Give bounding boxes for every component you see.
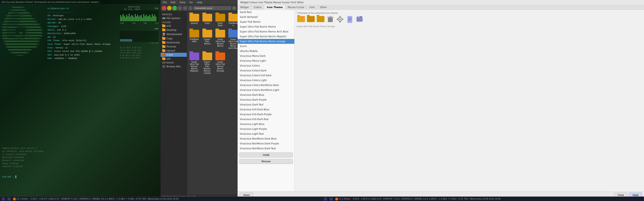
taskbar-divider: [352, 198, 352, 201]
main-area: [oh-my-zsh] Random theme '/home/erik/.oh…: [0, 0, 644, 197]
taskbar-desktop-btn2-right[interactable]: 2: [329, 197, 334, 201]
fm-item-sufnr-archblue-label: Super Ultra Flat Numix Remix Arch Blue: [228, 38, 238, 49]
theme-item-vivaciousLightBlue[interactable]: Vivacious-Light-Blue: [238, 122, 294, 127]
fm-item-sufnr[interactable]: Super Ultra Flat Numix Remix: [214, 29, 226, 50]
theme-item-vivaciousMonoLight[interactable]: Vivacious-Mono-Light: [238, 58, 294, 63]
terminal-content[interactable]: -/oosssoss+- -+sssssssssso/.` .oys++++++…: [0, 4, 160, 197]
theme-item-vivaciousDarkTeal[interactable]: Vivacious-Dark-Teal: [238, 102, 294, 107]
close-button[interactable]: Close: [614, 193, 627, 197]
fm-maximize-btn[interactable]: [172, 6, 177, 10]
fm-menu-help[interactable]: Help: [196, 0, 203, 4]
sidebar-item-filesystem[interactable]: File System: [160, 16, 187, 20]
theme-item-vivaciousMonoDark[interactable]: Vivacious-Mono-Dark: [238, 53, 294, 58]
theme-item-vivaciousColorsFullDark[interactable]: Vivacious-Colors-Full-Dark: [238, 73, 294, 78]
folder-blue-large-icon: [228, 30, 238, 37]
sidebar-item-downloads-label: Downloads: [166, 41, 180, 44]
fm-item-default[interactable]: default: [188, 13, 200, 27]
remove-button[interactable]: Remove: [239, 159, 293, 164]
taskbar-desktop-btn1-right[interactable]: 1: [323, 197, 328, 201]
sidebar-item-ssh[interactable]: ssh: [160, 57, 187, 61]
theme-item-vivaciousFullDarkTeal[interactable]: Vivacious-Full-Dark-Teal: [238, 117, 294, 122]
fm-item-flatwokenmin[interactable]: FlatWokenMin: [188, 29, 200, 50]
theme-item-vivaciousLightTeal[interactable]: Vivacious-Light-Teal: [238, 131, 294, 136]
fm-minimize-btn[interactable]: [167, 6, 172, 10]
terminal-prompt-line[interactable]: {18:28} → ▋: [2, 175, 118, 179]
svg-point-13: [339, 18, 341, 20]
sidebar-item-pictures[interactable]: Pictures: [160, 45, 187, 49]
fm-menu-file[interactable]: File: [162, 0, 168, 4]
about-button[interactable]: About: [240, 193, 253, 197]
fm-forward-btn[interactable]: ›: [183, 6, 188, 10]
fm-menu-go[interactable]: Go: [188, 0, 194, 4]
theme-item-vivaciousColorsLight[interactable]: Vivacious-Colors-Light: [238, 78, 294, 83]
theme-item-sardiVertexed[interactable]: Sardi Vertexed: [238, 14, 294, 19]
theme-item-ubuntuMobile[interactable]: Ubuntu-Mobile: [238, 49, 294, 53]
fm-address-bar[interactable]: [194, 6, 231, 10]
fm-item-flatwoken[interactable]: FlatWoken: [228, 13, 238, 27]
fm-item-sufnr-archblue[interactable]: Super Ultra Flat Numix Remix Arch Blue: [228, 29, 238, 50]
sidebar-item-browsenet[interactable]: Browse Net...: [160, 64, 187, 69]
theme-item-suFlatNumixOrange[interactable]: Super Ultra Flat Numix Remix orange: [238, 39, 294, 44]
taskbar-desktop-btn1[interactable]: 1: [1, 197, 6, 201]
startup-left: STARTUP 7.112s: [61, 198, 77, 200]
it-tab-colour[interactable]: Colour: [251, 5, 264, 9]
sysinfo-wm: i3: [53, 36, 56, 38]
theme-item-vivaciousColorsNonMonoLight[interactable]: Vivacious-Colors-NonMono-Light: [238, 88, 294, 92]
sidebar-item-icons[interactable]: Icons: [160, 53, 187, 57]
theme-item-vivaciousFullDarkBlue[interactable]: Vivacious-Full-Dark-Blue: [238, 107, 294, 112]
fm-item-sufnr-majestic[interactable]: Super Ultra Flat Numix Remix Majestic: [188, 52, 200, 75]
fm-item-sufnr-master[interactable]: Super-Ultra-Flat-Numix-Remix-master: [202, 52, 213, 75]
sidebar-item-copy-label: Copy: [166, 37, 172, 40]
document-preview-icon: [345, 16, 354, 23]
theme-item-vivaciousLightPurple[interactable]: Vivacious-Light-Purple: [238, 127, 294, 131]
theme-item-vivaciousDarkPurple[interactable]: Vivacious-Dark-Purple: [238, 97, 294, 102]
sidebar-item-downloads[interactable]: Downloads: [160, 40, 187, 45]
fm-item-flattr-dark[interactable]: Flattr Dark: [214, 13, 226, 27]
fm-back-btn[interactable]: ‹: [178, 6, 182, 10]
taskbar-firefox-right[interactable]: 21.1 firefox: [334, 197, 351, 201]
theme-item-vivaciousColorsNonMonoDark[interactable]: Vivacious-Colors-NonMono-Dark: [238, 83, 294, 88]
theme-item-vivaciousNonMonoDarkBlue[interactable]: Vivacious-NonMono-Dark-Blue: [238, 136, 294, 141]
fm-devices-label: DEVICES: [160, 12, 187, 16]
it-tab-widget[interactable]: Widget: [238, 5, 251, 9]
theme-item-superFlatRemix[interactable]: Super Flat Remix: [238, 19, 294, 24]
theme-item-vivaciousColorsDark[interactable]: Vivacious-Colors-Dark: [238, 68, 294, 73]
theme-item-suFlatNumixRemix[interactable]: Super Ultra Flat Numix Remix: [238, 24, 294, 29]
sidebar-item-copy[interactable]: Copy: [160, 36, 187, 40]
icon-theme-panel: Widget Colour Icon Theme Mouse Cursor Fo…: [238, 0, 644, 197]
it-theme-list[interactable]: Sardi Red Sardi Vertexed Super Flat Remi…: [238, 10, 294, 191]
fm-item-sufnr-orange[interactable]: Super Ultra Flat Numix Remix Orange: [214, 52, 226, 75]
fm-item-superflatremix[interactable]: Super-Flat-Remix: [202, 29, 213, 50]
disk1-left: 6.7G: [136, 198, 141, 200]
fm-menu-edit[interactable]: Edit: [170, 0, 176, 4]
it-tab-mousecursor[interactable]: Mouse Cursor: [285, 5, 307, 9]
sidebar-item-upload[interactable]: Upload: [160, 49, 187, 53]
fm-item-flattr[interactable]: Flattr: [202, 13, 213, 27]
theme-item-sardiRed[interactable]: Sardi Red: [238, 10, 294, 14]
fm-reload-btn[interactable]: ↻: [232, 6, 236, 10]
theme-item-vivaciousFullDarkPurple[interactable]: Vivacious-Full-Dark-Purple: [238, 112, 294, 117]
it-tab-font[interactable]: Font: [307, 5, 317, 9]
netdown-right: ↓ 0 kB/s: [438, 198, 447, 200]
firefox-icon-right: [335, 198, 338, 201]
theme-item-vivaciousColors[interactable]: Vivacious-Colors: [238, 63, 294, 68]
taskbar-firefox-left[interactable]: 21.1 firefox: [12, 197, 29, 201]
install-button[interactable]: Install: [239, 153, 293, 157]
theme-item-vivaciousDarkBlue[interactable]: Vivacious-Dark-Blue: [238, 92, 294, 97]
theme-item-vivaciousNonMonoDarkPurple[interactable]: Vivacious-NonMono-Dark-Purple: [238, 141, 294, 146]
fm-close-btn[interactable]: [162, 6, 166, 10]
theme-item-suFlatNumixMajestic[interactable]: Super Ultra Flat Numix Remix Majestic: [238, 34, 294, 39]
sidebar-item-desktop-label: Desktop: [166, 29, 177, 31]
apply-button[interactable]: Apply: [629, 193, 642, 197]
fm-menu-view[interactable]: View: [179, 0, 186, 4]
sidebar-item-erik[interactable]: erik: [160, 24, 187, 28]
sidebar-item-desktop[interactable]: Desktop: [160, 28, 187, 32]
theme-item-suFlatNumixArchBlue[interactable]: Super Ultra Flat Numix Remix Arch Blue: [238, 29, 294, 34]
taskbar-desktop-btn2[interactable]: 2: [6, 197, 11, 201]
it-tab-other[interactable]: Other: [318, 5, 330, 9]
theme-item-vivaciousNonMonoDarkTeal[interactable]: Vivacious-NonMono-Dark-Teal: [238, 146, 294, 151]
theme-item-sunm[interactable]: Sunm: [238, 44, 294, 49]
it-tab-icontheme[interactable]: Icon Theme: [264, 5, 285, 9]
sidebar-item-wastebasket[interactable]: Wastebasket: [160, 32, 187, 36]
fm-up-btn[interactable]: ↑: [188, 6, 193, 10]
